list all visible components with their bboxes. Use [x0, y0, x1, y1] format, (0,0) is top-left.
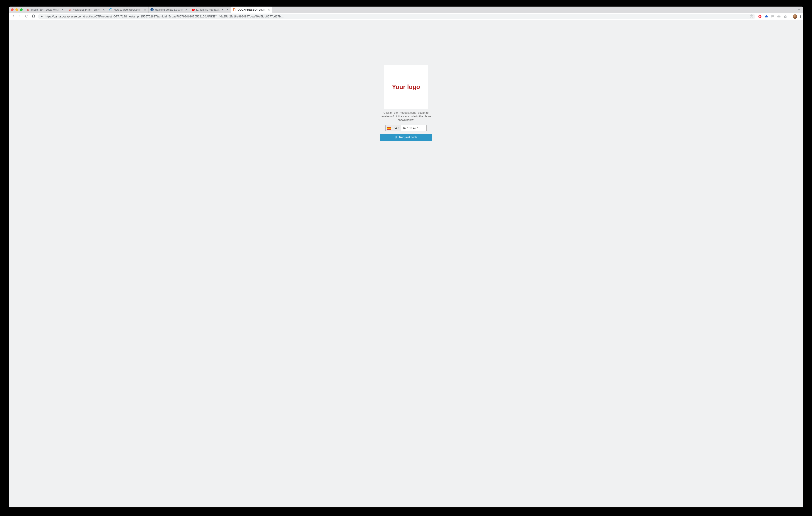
nav-buttons — [11, 14, 35, 19]
svg-point-0 — [110, 8, 112, 11]
tab-title: Ranking de las 5.000 primeras — [155, 8, 183, 11]
tab-strip: M Inbox (39) - cesar@cesaryjust ✕ M Reci… — [9, 6, 303, 13]
tab-title: DOCXPRESSO | Login — [237, 8, 266, 11]
docxpresso-icon — [233, 8, 236, 11]
browser-window: M Inbox (39) - cesar@cesaryjust ✕ M Reci… — [9, 6, 303, 193]
tab-title: Inbox (39) - cesar@cesaryjust — [31, 8, 60, 11]
tab-gmail-recibidos[interactable]: M Recibidos (446) - cm@snglr.e ✕ — [66, 6, 107, 13]
close-tab-icon[interactable]: ✕ — [185, 8, 188, 11]
svg-rect-2 — [233, 8, 235, 11]
wordpress-icon: vp — [150, 8, 154, 11]
tab-woocommerce[interactable]: How to Use WooCommerce Sh ✕ — [107, 6, 149, 13]
tab-title: How to Use WooCommerce Sh — [114, 8, 142, 11]
close-tab-icon[interactable]: ✕ — [226, 8, 229, 11]
tab-docxpresso-login[interactable]: DOCXPRESSO | Login ✕ — [231, 6, 272, 13]
tabs: M Inbox (39) - cesar@cesaryjust ✕ M Reci… — [25, 6, 303, 13]
toolbar: https://can.a.docxpresso.com/tracking/OT… — [9, 13, 303, 20]
gmail-icon: M — [27, 8, 30, 11]
back-button[interactable] — [11, 14, 15, 19]
tab-ranking[interactable]: vp Ranking de las 5.000 primeras ✕ — [149, 6, 190, 13]
url-text: https://can.a.docxpresso.com/tracking/OT… — [45, 15, 284, 18]
window-controls — [11, 8, 23, 11]
minimize-window-button[interactable] — [16, 8, 18, 11]
close-tab-icon[interactable]: ✕ — [143, 8, 147, 11]
tab-youtube-lofi[interactable]: (1) lofi hip hop radio - beat ✕ — [190, 6, 231, 13]
close-tab-icon[interactable]: ✕ — [267, 8, 270, 11]
tab-title: (1) lofi hip hop radio - beat — [196, 8, 220, 11]
reload-button[interactable] — [25, 14, 29, 19]
address-bar[interactable]: https://can.a.docxpresso.com/tracking/OT… — [38, 14, 303, 19]
page-content: Your logo Click on the "Request code" bu… — [9, 20, 303, 193]
tab-title: Recibidos (446) - cm@snglr.e — [72, 8, 101, 11]
youtube-icon — [192, 8, 195, 11]
close-window-button[interactable] — [11, 8, 13, 11]
gmail-icon: M — [68, 8, 71, 11]
close-tab-icon[interactable]: ✕ — [102, 8, 105, 11]
audio-playing-icon[interactable] — [221, 8, 225, 11]
lock-icon — [40, 15, 43, 18]
maximize-window-button[interactable] — [20, 8, 23, 11]
amazon-icon — [109, 8, 112, 11]
home-button[interactable] — [32, 14, 35, 19]
tab-gmail-inbox[interactable]: M Inbox (39) - cesar@cesaryjust ✕ — [25, 6, 66, 13]
forward-button[interactable] — [18, 14, 22, 19]
close-tab-icon[interactable]: ✕ — [61, 8, 64, 11]
